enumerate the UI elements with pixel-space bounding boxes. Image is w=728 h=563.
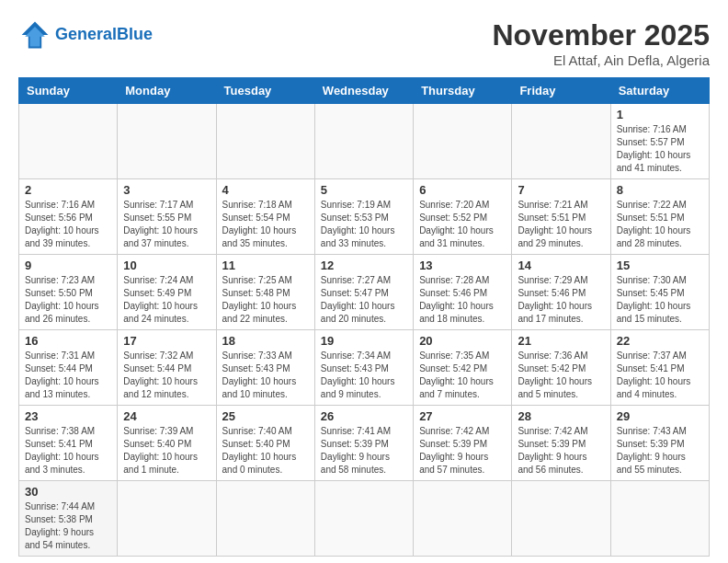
calendar-header-saturday: Saturday — [610, 78, 709, 104]
day-number: 11 — [222, 259, 309, 272]
day-info: Sunrise: 7:18 AM Sunset: 5:54 PM Dayligh… — [222, 199, 309, 250]
day-number: 10 — [123, 259, 210, 272]
day-info: Sunrise: 7:41 AM Sunset: 5:39 PM Dayligh… — [321, 425, 407, 477]
day-number: 16 — [25, 334, 111, 348]
calendar-header-monday: Monday — [118, 78, 216, 104]
day-number: 17 — [123, 334, 210, 348]
calendar-cell: 4Sunrise: 7:18 AM Sunset: 5:54 PM Daylig… — [216, 179, 314, 255]
logo-text: GeneralBlue — [55, 26, 153, 44]
day-number: 18 — [222, 334, 309, 348]
day-info: Sunrise: 7:43 AM Sunset: 5:39 PM Dayligh… — [617, 425, 703, 477]
calendar-cell — [314, 481, 413, 557]
page-header: GeneralBlue November 2025 El Attaf, Ain … — [18, 18, 710, 68]
calendar-cell: 11Sunrise: 7:25 AM Sunset: 5:48 PM Dayli… — [216, 255, 314, 330]
day-info: Sunrise: 7:31 AM Sunset: 5:44 PM Dayligh… — [25, 350, 111, 401]
calendar-cell — [512, 104, 610, 179]
day-number: 30 — [25, 485, 111, 499]
day-info: Sunrise: 7:27 AM Sunset: 5:47 PM Dayligh… — [321, 274, 407, 326]
day-number: 4 — [222, 183, 309, 197]
day-number: 22 — [617, 334, 703, 348]
calendar-cell: 18Sunrise: 7:33 AM Sunset: 5:43 PM Dayli… — [216, 330, 314, 406]
day-info: Sunrise: 7:24 AM Sunset: 5:49 PM Dayligh… — [123, 274, 210, 326]
day-number: 25 — [222, 409, 309, 423]
calendar-cell: 21Sunrise: 7:36 AM Sunset: 5:42 PM Dayli… — [512, 330, 610, 406]
title-area: November 2025 El Attaf, Ain Defla, Alger… — [492, 18, 710, 68]
day-number: 26 — [321, 409, 407, 423]
day-number: 27 — [419, 409, 506, 423]
day-number: 20 — [419, 334, 506, 348]
logo: GeneralBlue — [18, 18, 153, 52]
day-number: 7 — [518, 183, 604, 197]
calendar-header-friday: Friday — [512, 78, 610, 104]
day-info: Sunrise: 7:32 AM Sunset: 5:44 PM Dayligh… — [123, 350, 210, 401]
day-number: 19 — [321, 334, 407, 348]
calendar-week-row: 2Sunrise: 7:16 AM Sunset: 5:56 PM Daylig… — [19, 179, 710, 255]
day-number: 24 — [123, 409, 210, 423]
logo-icon — [18, 18, 51, 52]
calendar-cell: 5Sunrise: 7:19 AM Sunset: 5:53 PM Daylig… — [314, 179, 413, 255]
calendar-header-thursday: Thursday — [414, 78, 512, 104]
day-info: Sunrise: 7:28 AM Sunset: 5:46 PM Dayligh… — [419, 274, 506, 326]
day-number: 1 — [617, 108, 703, 121]
calendar-table: SundayMondayTuesdayWednesdayThursdayFrid… — [18, 77, 710, 557]
calendar-cell: 2Sunrise: 7:16 AM Sunset: 5:56 PM Daylig… — [19, 179, 118, 255]
day-number: 14 — [518, 259, 604, 272]
day-number: 21 — [518, 334, 604, 348]
day-number: 29 — [617, 409, 703, 423]
calendar-cell: 15Sunrise: 7:30 AM Sunset: 5:45 PM Dayli… — [610, 255, 709, 330]
calendar-cell — [414, 481, 512, 557]
day-info: Sunrise: 7:39 AM Sunset: 5:40 PM Dayligh… — [123, 425, 210, 477]
day-info: Sunrise: 7:40 AM Sunset: 5:40 PM Dayligh… — [222, 425, 309, 477]
day-info: Sunrise: 7:16 AM Sunset: 5:56 PM Dayligh… — [25, 199, 111, 250]
calendar-week-row: 30Sunrise: 7:44 AM Sunset: 5:38 PM Dayli… — [19, 481, 710, 557]
calendar-cell: 29Sunrise: 7:43 AM Sunset: 5:39 PM Dayli… — [610, 406, 709, 481]
day-info: Sunrise: 7:19 AM Sunset: 5:53 PM Dayligh… — [321, 199, 407, 250]
calendar-cell: 12Sunrise: 7:27 AM Sunset: 5:47 PM Dayli… — [314, 255, 413, 330]
calendar-cell: 30Sunrise: 7:44 AM Sunset: 5:38 PM Dayli… — [19, 481, 118, 557]
day-info: Sunrise: 7:25 AM Sunset: 5:48 PM Dayligh… — [222, 274, 309, 326]
day-number: 2 — [25, 183, 111, 197]
calendar-cell: 24Sunrise: 7:39 AM Sunset: 5:40 PM Dayli… — [118, 406, 216, 481]
day-info: Sunrise: 7:17 AM Sunset: 5:55 PM Dayligh… — [123, 199, 210, 250]
calendar-cell: 6Sunrise: 7:20 AM Sunset: 5:52 PM Daylig… — [414, 179, 512, 255]
calendar-cell: 28Sunrise: 7:42 AM Sunset: 5:39 PM Dayli… — [512, 406, 610, 481]
calendar-cell: 17Sunrise: 7:32 AM Sunset: 5:44 PM Dayli… — [118, 330, 216, 406]
calendar-cell — [19, 104, 118, 179]
day-number: 9 — [25, 259, 111, 272]
day-info: Sunrise: 7:44 AM Sunset: 5:38 PM Dayligh… — [25, 500, 111, 552]
month-title: November 2025 — [492, 18, 710, 52]
calendar-header-tuesday: Tuesday — [216, 78, 314, 104]
calendar-cell: 23Sunrise: 7:38 AM Sunset: 5:41 PM Dayli… — [19, 406, 118, 481]
day-info: Sunrise: 7:42 AM Sunset: 5:39 PM Dayligh… — [518, 425, 604, 477]
day-number: 12 — [321, 259, 407, 272]
calendar-cell: 10Sunrise: 7:24 AM Sunset: 5:49 PM Dayli… — [118, 255, 216, 330]
calendar-header-row: SundayMondayTuesdayWednesdayThursdayFrid… — [19, 78, 710, 104]
calendar-cell: 20Sunrise: 7:35 AM Sunset: 5:42 PM Dayli… — [414, 330, 512, 406]
calendar-cell — [216, 104, 314, 179]
calendar-cell: 22Sunrise: 7:37 AM Sunset: 5:41 PM Dayli… — [610, 330, 709, 406]
calendar-cell — [118, 104, 216, 179]
calendar-cell — [414, 104, 512, 179]
day-number: 3 — [123, 183, 210, 197]
day-info: Sunrise: 7:35 AM Sunset: 5:42 PM Dayligh… — [419, 350, 506, 401]
day-info: Sunrise: 7:36 AM Sunset: 5:42 PM Dayligh… — [518, 350, 604, 401]
day-number: 8 — [617, 183, 703, 197]
day-number: 15 — [617, 259, 703, 272]
day-info: Sunrise: 7:37 AM Sunset: 5:41 PM Dayligh… — [617, 350, 703, 401]
day-number: 28 — [518, 409, 604, 423]
calendar-cell: 9Sunrise: 7:23 AM Sunset: 5:50 PM Daylig… — [19, 255, 118, 330]
day-number: 23 — [25, 409, 111, 423]
day-info: Sunrise: 7:16 AM Sunset: 5:57 PM Dayligh… — [617, 123, 703, 175]
calendar-week-row: 1Sunrise: 7:16 AM Sunset: 5:57 PM Daylig… — [19, 104, 710, 179]
day-info: Sunrise: 7:38 AM Sunset: 5:41 PM Dayligh… — [25, 425, 111, 477]
day-info: Sunrise: 7:42 AM Sunset: 5:39 PM Dayligh… — [419, 425, 506, 477]
calendar-week-row: 9Sunrise: 7:23 AM Sunset: 5:50 PM Daylig… — [19, 255, 710, 330]
calendar-week-row: 23Sunrise: 7:38 AM Sunset: 5:41 PM Dayli… — [19, 406, 710, 481]
calendar-cell — [216, 481, 314, 557]
day-info: Sunrise: 7:30 AM Sunset: 5:45 PM Dayligh… — [617, 274, 703, 326]
calendar-week-row: 16Sunrise: 7:31 AM Sunset: 5:44 PM Dayli… — [19, 330, 710, 406]
calendar-cell: 26Sunrise: 7:41 AM Sunset: 5:39 PM Dayli… — [314, 406, 413, 481]
day-number: 6 — [419, 183, 506, 197]
calendar-header-wednesday: Wednesday — [314, 78, 413, 104]
day-number: 13 — [419, 259, 506, 272]
